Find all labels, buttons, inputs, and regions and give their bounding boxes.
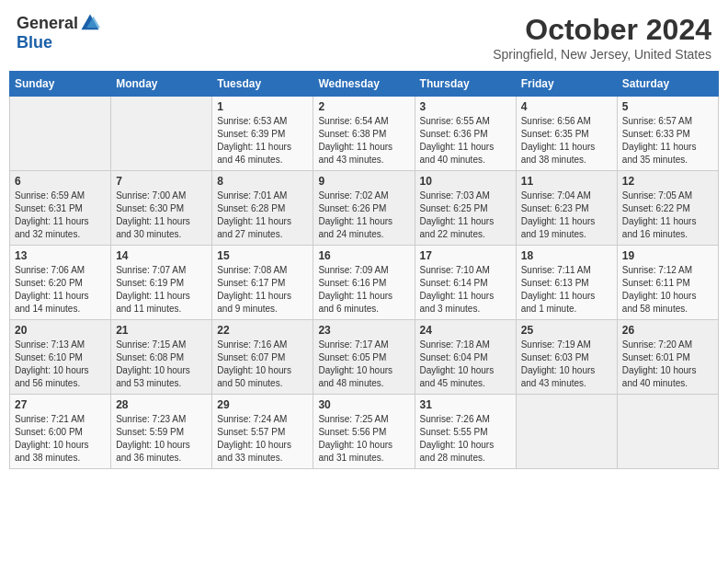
calendar-cell: 17Sunrise: 7:10 AM Sunset: 6:14 PM Dayli… [415, 246, 516, 320]
logo-blue-text: Blue [17, 33, 52, 52]
day-info: Sunrise: 7:05 AM Sunset: 6:22 PM Dayligh… [622, 190, 713, 241]
page-header: General Blue October 2024 Springfield, N… [9, 9, 719, 65]
day-header-friday: Friday [516, 72, 617, 97]
calendar-cell: 11Sunrise: 7:04 AM Sunset: 6:23 PM Dayli… [516, 171, 617, 246]
day-header-saturday: Saturday [617, 72, 718, 97]
day-number: 26 [622, 324, 713, 337]
calendar-header-row: SundayMondayTuesdayWednesdayThursdayFrid… [10, 72, 719, 97]
calendar-cell: 16Sunrise: 7:09 AM Sunset: 6:16 PM Dayli… [313, 246, 415, 320]
day-number: 13 [15, 249, 106, 262]
day-info: Sunrise: 7:08 AM Sunset: 6:17 PM Dayligh… [217, 264, 308, 316]
day-number: 6 [15, 175, 106, 188]
day-number: 11 [521, 175, 612, 188]
day-info: Sunrise: 7:20 AM Sunset: 6:01 PM Dayligh… [622, 339, 713, 390]
calendar-cell: 31Sunrise: 7:26 AM Sunset: 5:55 PM Dayli… [415, 395, 516, 469]
calendar-cell: 2Sunrise: 6:54 AM Sunset: 6:38 PM Daylig… [313, 97, 415, 171]
day-info: Sunrise: 7:03 AM Sunset: 6:25 PM Dayligh… [420, 190, 511, 241]
calendar-week-row: 13Sunrise: 7:06 AM Sunset: 6:20 PM Dayli… [10, 246, 719, 320]
calendar-week-row: 1Sunrise: 6:53 AM Sunset: 6:39 PM Daylig… [10, 97, 719, 171]
day-info: Sunrise: 7:15 AM Sunset: 6:08 PM Dayligh… [116, 339, 207, 390]
day-number: 24 [420, 324, 511, 337]
day-number: 29 [217, 398, 308, 411]
day-number: 3 [420, 100, 511, 113]
day-header-monday: Monday [111, 72, 212, 97]
day-info: Sunrise: 7:09 AM Sunset: 6:16 PM Dayligh… [318, 264, 409, 316]
day-number: 12 [622, 175, 713, 188]
calendar-cell: 21Sunrise: 7:15 AM Sunset: 6:08 PM Dayli… [111, 320, 212, 395]
calendar-cell [516, 395, 617, 469]
logo: General Blue [17, 13, 100, 52]
day-info: Sunrise: 7:21 AM Sunset: 6:00 PM Dayligh… [15, 413, 106, 465]
month-title: October 2024 [493, 13, 711, 47]
day-number: 5 [622, 100, 713, 113]
day-number: 25 [521, 324, 612, 337]
day-info: Sunrise: 6:56 AM Sunset: 6:35 PM Dayligh… [521, 115, 612, 167]
day-info: Sunrise: 7:16 AM Sunset: 6:07 PM Dayligh… [217, 339, 308, 390]
day-number: 20 [15, 324, 106, 337]
calendar-cell: 3Sunrise: 6:55 AM Sunset: 6:36 PM Daylig… [415, 97, 516, 171]
calendar-cell: 4Sunrise: 6:56 AM Sunset: 6:35 PM Daylig… [516, 97, 617, 171]
calendar-cell [10, 97, 111, 171]
calendar-cell: 5Sunrise: 6:57 AM Sunset: 6:33 PM Daylig… [617, 97, 718, 171]
calendar-cell: 9Sunrise: 7:02 AM Sunset: 6:26 PM Daylig… [313, 171, 415, 246]
logo-icon [80, 13, 100, 33]
day-number: 23 [318, 324, 409, 337]
logo-general-text: General [17, 14, 78, 33]
day-info: Sunrise: 7:00 AM Sunset: 6:30 PM Dayligh… [116, 190, 207, 241]
calendar-cell: 13Sunrise: 7:06 AM Sunset: 6:20 PM Dayli… [10, 246, 111, 320]
calendar-cell: 7Sunrise: 7:00 AM Sunset: 6:30 PM Daylig… [111, 171, 212, 246]
day-info: Sunrise: 7:19 AM Sunset: 6:03 PM Dayligh… [521, 339, 612, 390]
day-number: 27 [15, 398, 106, 411]
calendar-cell: 14Sunrise: 7:07 AM Sunset: 6:19 PM Dayli… [111, 246, 212, 320]
day-info: Sunrise: 7:26 AM Sunset: 5:55 PM Dayligh… [420, 413, 511, 465]
day-info: Sunrise: 7:13 AM Sunset: 6:10 PM Dayligh… [15, 339, 106, 390]
day-info: Sunrise: 7:24 AM Sunset: 5:57 PM Dayligh… [217, 413, 308, 465]
calendar-cell: 26Sunrise: 7:20 AM Sunset: 6:01 PM Dayli… [617, 320, 718, 395]
calendar-cell: 30Sunrise: 7:25 AM Sunset: 5:56 PM Dayli… [313, 395, 415, 469]
calendar-cell: 29Sunrise: 7:24 AM Sunset: 5:57 PM Dayli… [212, 395, 313, 469]
day-number: 10 [420, 175, 511, 188]
day-info: Sunrise: 7:17 AM Sunset: 6:05 PM Dayligh… [318, 339, 409, 390]
day-info: Sunrise: 7:01 AM Sunset: 6:28 PM Dayligh… [217, 190, 308, 241]
calendar-cell: 22Sunrise: 7:16 AM Sunset: 6:07 PM Dayli… [212, 320, 313, 395]
calendar-cell: 8Sunrise: 7:01 AM Sunset: 6:28 PM Daylig… [212, 171, 313, 246]
day-info: Sunrise: 7:10 AM Sunset: 6:14 PM Dayligh… [420, 264, 511, 316]
calendar-cell: 10Sunrise: 7:03 AM Sunset: 6:25 PM Dayli… [415, 171, 516, 246]
calendar-cell: 1Sunrise: 6:53 AM Sunset: 6:39 PM Daylig… [212, 97, 313, 171]
day-number: 22 [217, 324, 308, 337]
calendar-cell: 27Sunrise: 7:21 AM Sunset: 6:00 PM Dayli… [10, 395, 111, 469]
calendar-cell: 12Sunrise: 7:05 AM Sunset: 6:22 PM Dayli… [617, 171, 718, 246]
day-header-tuesday: Tuesday [212, 72, 313, 97]
calendar-cell: 15Sunrise: 7:08 AM Sunset: 6:17 PM Dayli… [212, 246, 313, 320]
day-info: Sunrise: 6:57 AM Sunset: 6:33 PM Dayligh… [622, 115, 713, 167]
day-number: 21 [116, 324, 207, 337]
day-info: Sunrise: 7:23 AM Sunset: 5:59 PM Dayligh… [116, 413, 207, 465]
calendar-cell [617, 395, 718, 469]
day-number: 1 [217, 100, 308, 113]
calendar-cell: 18Sunrise: 7:11 AM Sunset: 6:13 PM Dayli… [516, 246, 617, 320]
day-info: Sunrise: 7:18 AM Sunset: 6:04 PM Dayligh… [420, 339, 511, 390]
calendar-cell: 6Sunrise: 6:59 AM Sunset: 6:31 PM Daylig… [10, 171, 111, 246]
calendar-cell: 28Sunrise: 7:23 AM Sunset: 5:59 PM Dayli… [111, 395, 212, 469]
day-number: 17 [420, 249, 511, 262]
day-info: Sunrise: 7:07 AM Sunset: 6:19 PM Dayligh… [116, 264, 207, 316]
day-info: Sunrise: 7:25 AM Sunset: 5:56 PM Dayligh… [318, 413, 409, 465]
day-number: 19 [622, 249, 713, 262]
calendar-cell: 24Sunrise: 7:18 AM Sunset: 6:04 PM Dayli… [415, 320, 516, 395]
day-info: Sunrise: 7:04 AM Sunset: 6:23 PM Dayligh… [521, 190, 612, 241]
day-header-wednesday: Wednesday [313, 72, 415, 97]
day-number: 9 [318, 175, 409, 188]
day-info: Sunrise: 7:06 AM Sunset: 6:20 PM Dayligh… [15, 264, 106, 316]
day-info: Sunrise: 6:55 AM Sunset: 6:36 PM Dayligh… [420, 115, 511, 167]
day-number: 7 [116, 175, 207, 188]
calendar-cell: 20Sunrise: 7:13 AM Sunset: 6:10 PM Dayli… [10, 320, 111, 395]
day-number: 28 [116, 398, 207, 411]
location-text: Springfield, New Jersey, United States [493, 47, 711, 62]
calendar-cell [111, 97, 212, 171]
day-number: 14 [116, 249, 207, 262]
calendar-week-row: 6Sunrise: 6:59 AM Sunset: 6:31 PM Daylig… [10, 171, 719, 246]
calendar-table: SundayMondayTuesdayWednesdayThursdayFrid… [9, 71, 719, 469]
day-header-sunday: Sunday [10, 72, 111, 97]
calendar-cell: 19Sunrise: 7:12 AM Sunset: 6:11 PM Dayli… [617, 246, 718, 320]
day-number: 4 [521, 100, 612, 113]
